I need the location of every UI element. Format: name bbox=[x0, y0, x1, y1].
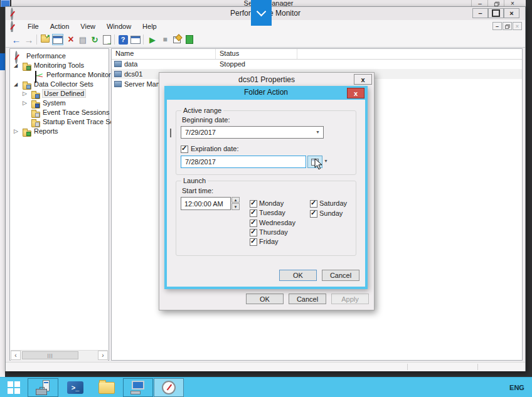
child-restore-button[interactable] bbox=[503, 22, 512, 30]
collapsed-icon[interactable]: ▷ bbox=[23, 100, 27, 106]
scroll-left-button[interactable]: ‹ bbox=[11, 351, 21, 360]
properties-apply-button[interactable]: Apply bbox=[331, 294, 369, 304]
language-indicator[interactable]: ENG bbox=[502, 378, 532, 397]
taskbar-file-explorer-button[interactable] bbox=[91, 378, 122, 397]
collapsed-icon[interactable]: ▷ bbox=[14, 128, 18, 134]
new-window-icon bbox=[130, 36, 141, 44]
menu-help[interactable]: Help bbox=[137, 21, 162, 31]
up-one-level-button[interactable]: ↗ bbox=[40, 34, 51, 45]
chevron-down-icon bbox=[257, 7, 267, 17]
tree-item-event-trace-sessions[interactable]: Event Trace Sessions bbox=[10, 108, 109, 117]
new-window-button[interactable] bbox=[130, 34, 141, 45]
list-row-data[interactable]: data Stopped bbox=[112, 59, 522, 69]
expiration-date-checkbox[interactable]: ✓ bbox=[181, 144, 188, 156]
expanded-icon[interactable]: ◢ bbox=[14, 63, 18, 68]
taskbar-server-manager-button[interactable] bbox=[28, 378, 58, 397]
taskbar-performance-monitor-button[interactable] bbox=[154, 378, 184, 397]
tree-item-performance-monitor[interactable]: Performance Monitor bbox=[10, 70, 109, 80]
help-icon: ? bbox=[119, 35, 128, 45]
stop-collector-button[interactable]: ■ bbox=[159, 34, 171, 45]
grip-icon: ||| bbox=[47, 352, 53, 358]
delete-button[interactable]: × bbox=[65, 34, 77, 45]
start-button[interactable] bbox=[0, 378, 28, 397]
column-header-name[interactable]: Name bbox=[112, 49, 216, 59]
tree-item-monitoring-tools[interactable]: ◢ Monitoring Tools bbox=[10, 61, 109, 70]
refresh-button[interactable]: ↻ bbox=[89, 34, 100, 45]
scroll-right-icon: › bbox=[102, 352, 104, 359]
properties-cancel-button[interactable]: Cancel bbox=[289, 294, 326, 304]
tree-item-data-collector-sets[interactable]: ◢ Data Collector Sets bbox=[10, 80, 109, 89]
checkbox[interactable]: ✓ bbox=[181, 146, 188, 153]
properties-button[interactable]: ▤ bbox=[77, 34, 88, 45]
friday-label: Friday bbox=[259, 238, 279, 245]
active-range-label: Active range bbox=[181, 107, 223, 114]
status-value: Stopped bbox=[220, 60, 245, 68]
dropdown-arrow-icon[interactable]: ▼ bbox=[316, 130, 320, 134]
back-button[interactable]: ← bbox=[11, 34, 22, 45]
folder-action-ok-button[interactable]: OK bbox=[279, 270, 317, 281]
scrollbar-thumb[interactable]: ||| bbox=[22, 351, 78, 359]
time-spin-down-button[interactable]: ▾ bbox=[231, 203, 240, 210]
forward-icon: → bbox=[24, 34, 34, 45]
child-minimize-button[interactable]: – bbox=[492, 22, 502, 30]
show-console-tree-button[interactable] bbox=[52, 34, 63, 45]
menu-view[interactable]: View bbox=[75, 21, 101, 31]
refresh-icon: ↻ bbox=[92, 35, 98, 45]
column-header-status[interactable]: Status bbox=[216, 49, 297, 59]
toolbar-separator bbox=[143, 34, 144, 45]
perfmon-gauge-icon bbox=[162, 381, 176, 394]
minimize-icon: – bbox=[496, 23, 499, 29]
start-time-field[interactable]: 12:00:00 AM bbox=[181, 197, 231, 210]
export-list-button[interactable]: → bbox=[101, 34, 112, 45]
taskbar-remote-desktop-button[interactable] bbox=[123, 378, 153, 397]
menu-window[interactable]: Window bbox=[101, 21, 137, 31]
start-collector-button[interactable]: ▶ bbox=[147, 34, 158, 45]
forward-button[interactable]: → bbox=[23, 34, 35, 45]
window-close-button[interactable]: × bbox=[504, 8, 519, 18]
window-maximize-button[interactable] bbox=[488, 8, 504, 18]
tree-horizontal-scrollbar[interactable]: ‹ ||| › bbox=[11, 350, 108, 361]
window-minimize-button[interactable]: – bbox=[472, 8, 488, 18]
powershell-icon: >_ bbox=[67, 381, 83, 394]
folder-action-close-button[interactable]: x bbox=[347, 88, 364, 98]
menu-action[interactable]: Action bbox=[45, 21, 75, 31]
folder-action-cancel-button[interactable]: Cancel bbox=[322, 270, 359, 281]
wednesday-label: Wednesday bbox=[259, 219, 295, 226]
tree-item-startup-event-trace-sessions[interactable]: Startup Event Trace Ses bbox=[10, 117, 109, 127]
time-spin-up-button[interactable]: ▴ bbox=[231, 197, 240, 203]
expiration-calendar-button[interactable] bbox=[307, 156, 322, 168]
properties-close-button[interactable]: x bbox=[354, 74, 372, 85]
scroll-left-icon: ‹ bbox=[14, 352, 16, 359]
restore-icon bbox=[494, 1, 498, 5]
list-header: Name Status bbox=[112, 49, 522, 60]
spin-up-icon: ▴ bbox=[235, 198, 237, 203]
toolbar: ← → ↗ × ▤ ↻ → ? ▶ ■ bbox=[6, 32, 525, 48]
latest-report-button[interactable] bbox=[184, 34, 195, 45]
help-button[interactable]: ? bbox=[117, 34, 129, 45]
notification-dropdown-button[interactable] bbox=[251, 0, 272, 26]
menu-file[interactable]: File bbox=[22, 21, 45, 31]
taskbar-powershell-button[interactable]: >_ bbox=[61, 378, 90, 397]
folder-icon bbox=[23, 130, 31, 137]
beginning-date-label: Beginning date: bbox=[182, 116, 230, 124]
minimize-icon: – bbox=[478, 9, 482, 17]
spin-down-icon: ▾ bbox=[235, 204, 237, 209]
tree-item-system[interactable]: ▷ System bbox=[10, 98, 109, 108]
scroll-right-button[interactable]: › bbox=[98, 351, 108, 360]
sunday-checkbox[interactable]: ✓ bbox=[310, 209, 317, 220]
tree-item-performance[interactable]: Performance bbox=[10, 51, 109, 61]
expiration-date-field[interactable]: 7/28/2017 bbox=[181, 156, 306, 168]
tree-item-user-defined[interactable]: ▷ User Defined bbox=[10, 89, 109, 98]
collector-set-icon bbox=[114, 81, 122, 87]
tree-item-reports[interactable]: ▷ Reports bbox=[10, 127, 109, 136]
collapsed-icon[interactable]: ▷ bbox=[23, 90, 27, 97]
friday-checkbox[interactable]: ✓ bbox=[250, 237, 257, 248]
status-bar bbox=[6, 362, 525, 371]
child-close-button[interactable]: × bbox=[513, 22, 522, 30]
expanded-icon[interactable]: ◢ bbox=[14, 82, 18, 87]
beginning-date-field[interactable]: 7/29/2017 ▼ bbox=[181, 126, 324, 139]
back-icon: ← bbox=[12, 34, 21, 45]
dropdown-arrow-icon[interactable]: ▼ bbox=[324, 159, 328, 163]
schedule-button[interactable] bbox=[171, 34, 183, 45]
properties-ok-button[interactable]: OK bbox=[246, 294, 284, 304]
